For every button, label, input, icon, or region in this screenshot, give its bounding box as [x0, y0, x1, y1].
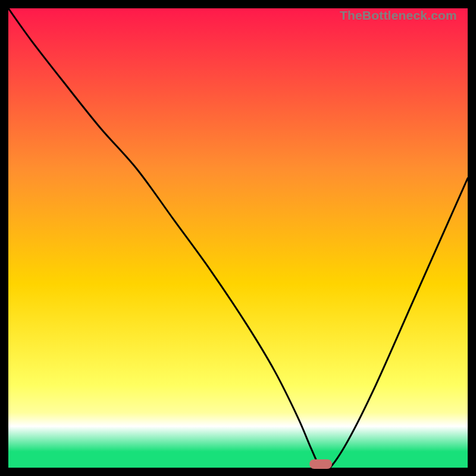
chart-frame: TheBottleneck.com	[8, 8, 468, 468]
bottleneck-chart	[8, 8, 468, 468]
gradient-background	[8, 8, 468, 468]
optimal-point-marker	[309, 459, 332, 469]
watermark-text: TheBottleneck.com	[340, 8, 457, 23]
